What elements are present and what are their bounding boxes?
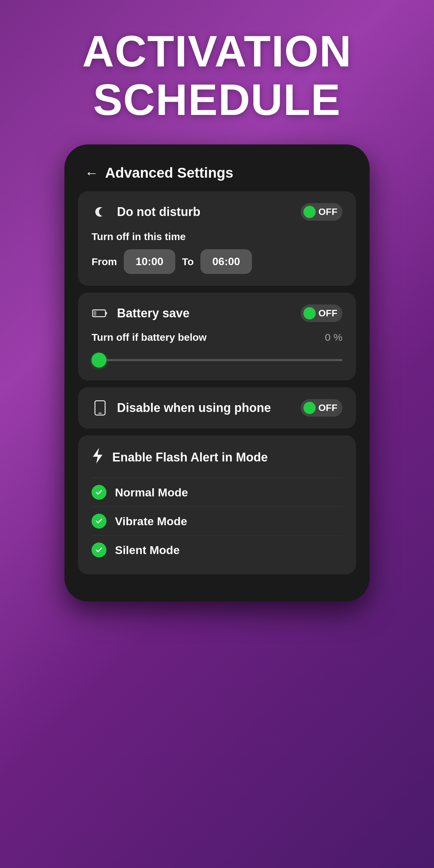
do-not-disturb-card: Do not disturb OFF Turn off in this time… <box>78 191 356 286</box>
disable-phone-label: Disable when using phone <box>117 401 271 415</box>
slider-thumb[interactable] <box>92 353 106 368</box>
flash-title: Enable Flash Alert in Mode <box>112 450 268 465</box>
disable-phone-toggle-label: OFF <box>318 402 337 413</box>
back-button[interactable]: ← <box>85 165 98 181</box>
dnd-label: Do not disturb <box>117 205 200 219</box>
disable-phone-card: Disable when using phone OFF <box>78 387 356 429</box>
silent-mode-label: Silent Mode <box>115 544 180 557</box>
from-label: From <box>92 256 117 268</box>
normal-mode-row[interactable]: Normal Mode <box>92 480 342 505</box>
from-time-pill[interactable]: 10:00 <box>124 249 175 274</box>
dnd-subtitle: Turn off in this time <box>92 231 342 242</box>
svg-rect-2 <box>94 311 96 316</box>
dnd-toggle[interactable]: OFF <box>301 203 342 221</box>
header-bar: ← Advanced Settings <box>75 158 359 191</box>
battery-icon <box>92 309 108 318</box>
phone-container: ← Advanced Settings Do not disturb OFF T… <box>64 144 370 601</box>
normal-mode-label: Normal Mode <box>115 486 188 499</box>
svg-rect-4 <box>98 413 102 414</box>
vibrate-mode-label: Vibrate Mode <box>115 515 187 528</box>
disable-phone-toggle[interactable]: OFF <box>301 399 342 417</box>
screen-title: Advanced Settings <box>105 165 233 181</box>
moon-icon <box>92 205 108 218</box>
normal-mode-check <box>92 485 106 500</box>
time-row: From 10:00 To 06:00 <box>92 249 342 274</box>
battery-label: Battery save <box>117 306 190 320</box>
flash-alert-card: Enable Flash Alert in Mode Normal Mode V… <box>78 435 356 574</box>
flash-icon <box>92 447 104 468</box>
vibrate-mode-row[interactable]: Vibrate Mode <box>92 509 342 534</box>
phone-icon <box>92 400 108 416</box>
battery-toggle-label: OFF <box>318 308 337 319</box>
dnd-toggle-label: OFF <box>318 206 337 217</box>
battery-toggle[interactable]: OFF <box>301 304 342 322</box>
battery-subtitle: Turn off if battery below <box>92 332 206 343</box>
silent-mode-row[interactable]: Silent Mode <box>92 537 342 563</box>
to-time-pill[interactable]: 06:00 <box>200 249 252 274</box>
svg-rect-1 <box>105 312 107 315</box>
page-title: ACTIVATION SCHEDULE <box>82 27 352 124</box>
silent-mode-check <box>92 542 106 557</box>
to-label: To <box>182 256 194 268</box>
battery-save-card: Battery save OFF Turn off if battery bel… <box>78 293 356 380</box>
battery-percent: 0 % <box>325 332 342 343</box>
slider-container <box>92 352 342 369</box>
vibrate-mode-check <box>92 514 106 529</box>
